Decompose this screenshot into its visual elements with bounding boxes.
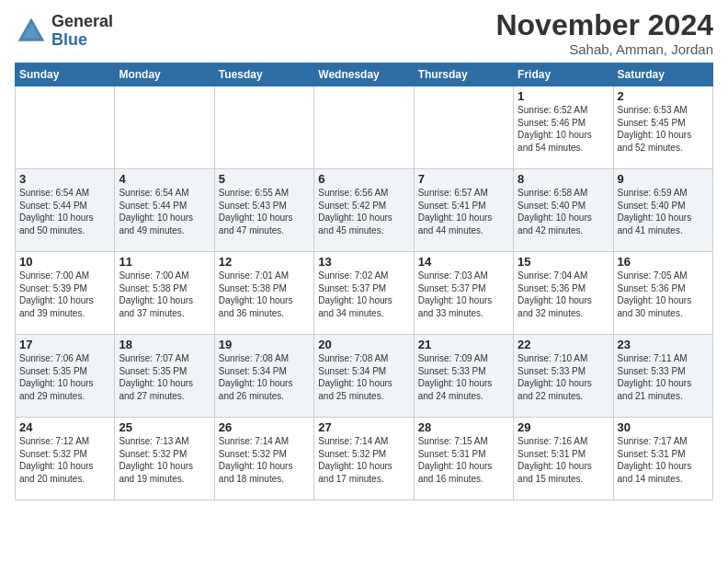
day-number: 6 xyxy=(318,172,409,186)
day-number: 25 xyxy=(119,420,210,434)
day-number: 14 xyxy=(418,255,509,269)
calendar-cell: 1Sunrise: 6:52 AMSunset: 5:46 PMDaylight… xyxy=(514,86,613,169)
day-info: Sunrise: 7:13 AMSunset: 5:32 PMDaylight:… xyxy=(119,435,210,485)
day-info: Sunrise: 7:16 AMSunset: 5:31 PMDaylight:… xyxy=(518,435,609,485)
calendar-cell: 15Sunrise: 7:04 AMSunset: 5:36 PMDayligh… xyxy=(514,252,613,335)
day-number: 13 xyxy=(318,255,409,269)
day-info: Sunrise: 7:08 AMSunset: 5:34 PMDaylight:… xyxy=(219,352,310,402)
location: Sahab, Amman, Jordan xyxy=(495,41,713,57)
calendar-cell: 9Sunrise: 6:59 AMSunset: 5:40 PMDaylight… xyxy=(613,169,712,252)
page: General Blue November 2024 Sahab, Amman,… xyxy=(0,0,728,563)
day-info: Sunrise: 7:14 AMSunset: 5:32 PMDaylight:… xyxy=(318,435,409,485)
day-info: Sunrise: 6:57 AMSunset: 5:41 PMDaylight:… xyxy=(418,187,509,236)
calendar-cell: 24Sunrise: 7:12 AMSunset: 5:32 PMDayligh… xyxy=(16,418,115,500)
week-row-4: 24Sunrise: 7:12 AMSunset: 5:32 PMDayligh… xyxy=(16,418,713,500)
month-title: November 2024 xyxy=(495,9,713,41)
header-day-monday: Monday xyxy=(115,63,214,86)
calendar-cell: 16Sunrise: 7:05 AMSunset: 5:36 PMDayligh… xyxy=(613,252,712,335)
title-block: November 2024 Sahab, Amman, Jordan xyxy=(495,9,713,57)
day-info: Sunrise: 6:59 AMSunset: 5:40 PMDaylight:… xyxy=(618,187,709,236)
day-info: Sunrise: 7:10 AMSunset: 5:33 PMDaylight:… xyxy=(518,352,609,402)
header-day-sunday: Sunday xyxy=(16,63,115,86)
day-info: Sunrise: 6:55 AMSunset: 5:43 PMDaylight:… xyxy=(219,187,310,236)
day-info: Sunrise: 7:17 AMSunset: 5:31 PMDaylight:… xyxy=(618,435,709,485)
calendar-cell: 23Sunrise: 7:11 AMSunset: 5:33 PMDayligh… xyxy=(613,335,712,418)
day-number: 11 xyxy=(119,255,210,269)
calendar-cell: 17Sunrise: 7:06 AMSunset: 5:35 PMDayligh… xyxy=(16,335,115,418)
calendar-cell: 19Sunrise: 7:08 AMSunset: 5:34 PMDayligh… xyxy=(214,335,313,418)
day-info: Sunrise: 7:00 AMSunset: 5:38 PMDaylight:… xyxy=(119,270,210,319)
day-info: Sunrise: 7:05 AMSunset: 5:36 PMDaylight:… xyxy=(618,270,709,319)
day-number: 3 xyxy=(19,172,110,186)
day-number: 20 xyxy=(318,338,409,351)
day-info: Sunrise: 7:03 AMSunset: 5:37 PMDaylight:… xyxy=(418,270,509,319)
day-info: Sunrise: 7:02 AMSunset: 5:37 PMDaylight:… xyxy=(318,270,409,319)
day-number: 26 xyxy=(219,420,310,434)
day-info: Sunrise: 7:15 AMSunset: 5:31 PMDaylight:… xyxy=(418,435,509,485)
calendar-cell: 3Sunrise: 6:54 AMSunset: 5:44 PMDaylight… xyxy=(16,169,115,252)
day-number: 2 xyxy=(618,89,709,103)
day-number: 4 xyxy=(119,172,210,186)
week-row-3: 17Sunrise: 7:06 AMSunset: 5:35 PMDayligh… xyxy=(16,335,713,418)
calendar-cell: 21Sunrise: 7:09 AMSunset: 5:33 PMDayligh… xyxy=(414,335,513,418)
calendar-cell: 10Sunrise: 7:00 AMSunset: 5:39 PMDayligh… xyxy=(16,252,115,335)
day-number: 16 xyxy=(618,255,709,269)
calendar-cell: 14Sunrise: 7:03 AMSunset: 5:37 PMDayligh… xyxy=(414,252,513,335)
calendar-cell: 6Sunrise: 6:56 AMSunset: 5:42 PMDaylight… xyxy=(314,169,414,252)
day-info: Sunrise: 7:14 AMSunset: 5:32 PMDaylight:… xyxy=(219,435,310,485)
day-info: Sunrise: 6:53 AMSunset: 5:45 PMDaylight:… xyxy=(618,104,709,154)
calendar-cell: 12Sunrise: 7:01 AMSunset: 5:38 PMDayligh… xyxy=(214,252,313,335)
logo-icon xyxy=(15,15,48,48)
calendar-cell: 13Sunrise: 7:02 AMSunset: 5:37 PMDayligh… xyxy=(314,252,414,335)
day-number: 9 xyxy=(618,172,709,186)
day-info: Sunrise: 7:04 AMSunset: 5:36 PMDaylight:… xyxy=(518,270,609,319)
logo-general: General xyxy=(51,13,113,31)
calendar-header: SundayMondayTuesdayWednesdayThursdayFrid… xyxy=(16,63,713,86)
calendar-cell: 22Sunrise: 7:10 AMSunset: 5:33 PMDayligh… xyxy=(514,335,613,418)
day-info: Sunrise: 6:56 AMSunset: 5:42 PMDaylight:… xyxy=(318,187,409,236)
day-info: Sunrise: 7:12 AMSunset: 5:32 PMDaylight:… xyxy=(19,435,110,485)
day-number: 18 xyxy=(119,338,210,351)
day-number: 19 xyxy=(219,338,310,351)
calendar-cell: 20Sunrise: 7:08 AMSunset: 5:34 PMDayligh… xyxy=(314,335,414,418)
header-day-wednesday: Wednesday xyxy=(314,63,414,86)
day-number: 29 xyxy=(518,420,609,434)
calendar-body: 1Sunrise: 6:52 AMSunset: 5:46 PMDaylight… xyxy=(16,86,713,500)
day-info: Sunrise: 7:11 AMSunset: 5:33 PMDaylight:… xyxy=(618,352,709,402)
day-number: 21 xyxy=(418,338,509,351)
day-number: 24 xyxy=(19,420,110,434)
calendar-cell xyxy=(115,86,214,169)
calendar-cell: 18Sunrise: 7:07 AMSunset: 5:35 PMDayligh… xyxy=(115,335,214,418)
day-number: 12 xyxy=(219,255,310,269)
header-day-thursday: Thursday xyxy=(414,63,513,86)
calendar-cell: 26Sunrise: 7:14 AMSunset: 5:32 PMDayligh… xyxy=(214,418,313,500)
day-info: Sunrise: 7:00 AMSunset: 5:39 PMDaylight:… xyxy=(19,270,110,319)
calendar-cell: 29Sunrise: 7:16 AMSunset: 5:31 PMDayligh… xyxy=(514,418,613,500)
day-info: Sunrise: 7:09 AMSunset: 5:33 PMDaylight:… xyxy=(418,352,509,402)
logo: General Blue xyxy=(15,13,113,50)
day-info: Sunrise: 6:54 AMSunset: 5:44 PMDaylight:… xyxy=(119,187,210,236)
header-row: SundayMondayTuesdayWednesdayThursdayFrid… xyxy=(16,63,713,86)
day-number: 30 xyxy=(618,420,709,434)
day-number: 27 xyxy=(318,420,409,434)
day-number: 17 xyxy=(19,338,110,351)
day-info: Sunrise: 7:01 AMSunset: 5:38 PMDaylight:… xyxy=(219,270,310,319)
logo-text: General Blue xyxy=(51,13,113,50)
day-number: 10 xyxy=(19,255,110,269)
logo-blue: Blue xyxy=(51,31,113,50)
week-row-0: 1Sunrise: 6:52 AMSunset: 5:46 PMDaylight… xyxy=(16,86,713,169)
day-number: 5 xyxy=(219,172,310,186)
header-day-tuesday: Tuesday xyxy=(214,63,313,86)
day-info: Sunrise: 6:52 AMSunset: 5:46 PMDaylight:… xyxy=(518,104,609,154)
week-row-1: 3Sunrise: 6:54 AMSunset: 5:44 PMDaylight… xyxy=(16,169,713,252)
day-number: 23 xyxy=(618,338,709,351)
calendar-cell xyxy=(414,86,513,169)
calendar-cell: 11Sunrise: 7:00 AMSunset: 5:38 PMDayligh… xyxy=(115,252,214,335)
day-info: Sunrise: 7:06 AMSunset: 5:35 PMDaylight:… xyxy=(19,352,110,402)
day-number: 15 xyxy=(518,255,609,269)
calendar-cell xyxy=(314,86,414,169)
calendar-cell: 2Sunrise: 6:53 AMSunset: 5:45 PMDaylight… xyxy=(613,86,712,169)
day-number: 8 xyxy=(518,172,609,186)
calendar-cell: 25Sunrise: 7:13 AMSunset: 5:32 PMDayligh… xyxy=(115,418,214,500)
day-info: Sunrise: 6:58 AMSunset: 5:40 PMDaylight:… xyxy=(518,187,609,236)
